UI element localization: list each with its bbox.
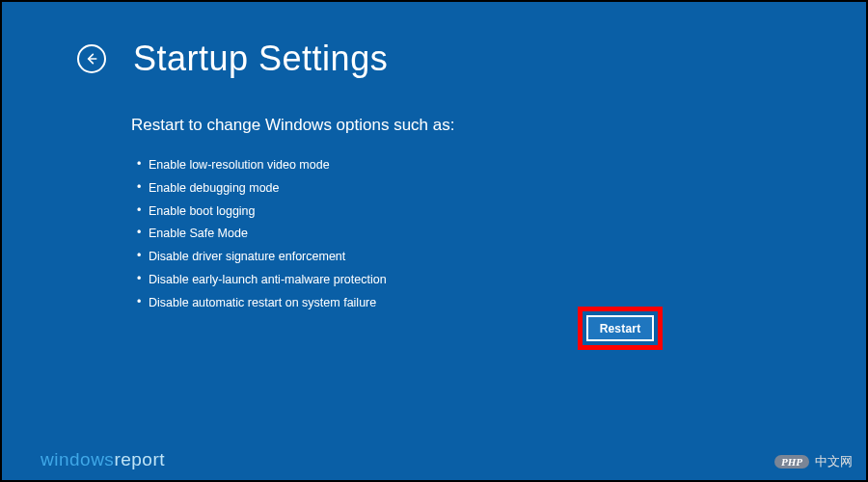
list-item: Disable early-launch anti-malware protec… [137,271,808,289]
watermark-phpcn: PHP 中文网 [774,453,853,470]
options-list: Enable low-resolution video mode Enable … [131,156,808,311]
content-area: Restart to change Windows options such a… [131,116,808,316]
back-arrow-icon [84,51,99,67]
list-item: Enable boot logging [137,202,808,221]
list-item: Enable debugging mode [137,179,808,198]
watermark-right-text: 中文网 [815,453,853,470]
watermark-part-a: windows [41,449,114,469]
watermark-part-b: report [114,449,165,469]
back-button[interactable] [77,44,106,73]
list-item: Enable low-resolution video mode [137,156,808,174]
restart-highlight-box: Restart [578,307,663,350]
subtitle-text: Restart to change Windows options such a… [131,116,808,135]
list-item: Enable Safe Mode [137,225,808,243]
php-badge-icon: PHP [774,455,809,469]
list-item: Disable automatic restart on system fail… [137,294,808,312]
page-title: Startup Settings [133,39,388,79]
list-item: Disable driver signature enforcement [137,248,808,266]
page-header: Startup Settings [77,39,388,79]
watermark-windowsreport: windowsreport [41,449,165,470]
restart-button[interactable]: Restart [586,315,654,341]
